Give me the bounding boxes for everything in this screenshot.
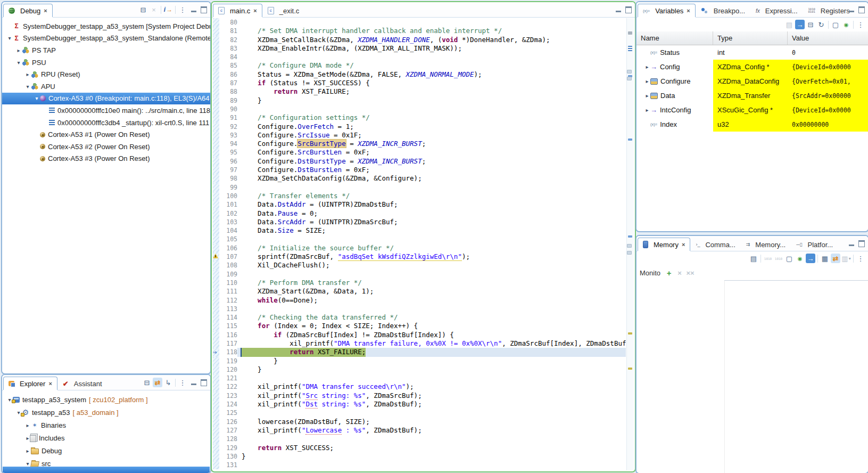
code-line-124[interactable]: 124 xil_printf("Dst string: %s", ZDmaDst… — [213, 400, 626, 409]
code-line-87[interactable]: 87 if (Status != XST_SUCCESS) { — [213, 79, 626, 87]
code-line-82[interactable]: 82 XZDma_SetCallBack(&ZDma, XZDMA_HANDLE… — [213, 36, 626, 44]
show-type-names-icon[interactable]: ▤ — [784, 20, 794, 29]
code-line-122[interactable]: 122 xil_printf("DMA transfer succeed\r\n… — [213, 382, 626, 391]
editor-text-area[interactable]: 8081 /* Set DMA interrupt handler callba… — [213, 18, 626, 470]
tab-memory-[interactable]: ⇉Memory... — [741, 238, 791, 251]
code-line-114[interactable]: 114 /* Checking the data transferred */ — [213, 313, 626, 322]
overview-ruler-mark[interactable] — [628, 31, 632, 35]
overview-ruler-mark[interactable] — [628, 235, 632, 238]
add-monitor-icon[interactable]: + — [664, 268, 674, 278]
code-line-109[interactable]: 109 — [213, 270, 626, 279]
chevron-down-icon[interactable]: ▾ — [6, 35, 13, 41]
variable-row-status[interactable]: (x)=Statusint0 — [636, 45, 868, 60]
code-line-102[interactable]: 102 Data.Pause = 0; — [213, 209, 626, 218]
remove-all-terminated-icon[interactable]: × — [149, 5, 159, 14]
code-line-118[interactable]: ⇒118 return XST_FAILURE; — [213, 348, 626, 356]
chevron-right-icon[interactable]: ▸ — [644, 64, 650, 70]
code-line-92[interactable]: 92 Configure.OverFetch = 1; — [213, 123, 626, 131]
tab-variables[interactable]: (x)=Variables× — [638, 4, 696, 17]
code-line-98[interactable]: 98 XZDma_SetChDataConfig(&ZDma, &Configu… — [213, 174, 626, 183]
tree-item-psu[interactable]: ▾PSU — [2, 56, 210, 69]
view-menu-icon[interactable]: ⋮ — [856, 254, 865, 263]
tab-expressi-[interactable]: fxExpressi... — [750, 4, 803, 17]
code-line-95[interactable]: 95 Configure.SrcBurstLen = 0xF; — [213, 148, 626, 157]
tree-item-binaries[interactable]: ▸✶Binaries — [2, 419, 210, 431]
code-line-96[interactable]: 96 Configure.DstBurstType = XZDMA_INCR_B… — [213, 157, 626, 166]
link-with-editor-icon[interactable]: ⇄ — [153, 378, 162, 387]
code-line-80[interactable]: 80 — [213, 18, 626, 27]
code-line-99[interactable]: 99 — [213, 183, 626, 192]
code-line-101[interactable]: 101 Data.DstAddr = (UINTPTR)ZDmaDstBuf; — [213, 200, 626, 209]
chevron-down-icon[interactable]: ▾ — [34, 95, 40, 101]
code-line-112[interactable]: 112 while(0==Done); — [213, 296, 626, 305]
minimize-button[interactable] — [189, 6, 198, 13]
code-line-121[interactable]: 121 — [213, 374, 626, 382]
code-line-83[interactable]: 83 XZDma_EnableIntr(&ZDma, (XZDMA_IXR_AL… — [213, 44, 626, 53]
column-header-value[interactable]: Value — [788, 31, 868, 45]
code-line-97[interactable]: 97 Configure.DstBurstLen = 0xF; — [213, 166, 626, 174]
column-header-type[interactable]: Type — [713, 31, 788, 45]
code-line-105[interactable]: 105 — [213, 235, 626, 243]
maximize-button[interactable] — [200, 6, 208, 13]
sash-handle[interactable] — [627, 77, 632, 80]
tree-item-testapp_a53[interactable]: ▾⚙testapp_a53[ a53_domain ] — [2, 406, 210, 419]
minimize-button[interactable] — [847, 6, 856, 13]
chevron-right-icon[interactable]: ▸ — [644, 93, 650, 99]
code-line-100[interactable]: 100 /* Transfer elements */ — [213, 192, 626, 200]
go-to-address-icon[interactable]: → — [806, 254, 815, 263]
code-line-85[interactable]: 85 /* Configure DMA mode */ — [213, 61, 626, 70]
close-icon[interactable]: × — [48, 380, 52, 387]
radix-down-icon[interactable]: 1010 — [763, 254, 773, 263]
code-line-111[interactable]: 111 XZDma_Start(&ZDma, &Data, 1); — [213, 287, 626, 296]
tree-item-cortex-a53[interactable]: Cortex-A53 #2 (Power On Reset) — [2, 141, 210, 153]
chevron-right-icon[interactable]: ▸ — [15, 47, 22, 53]
code-line-116[interactable]: 116 if (ZDmaSrcBuf[Index] != ZDmaDstBuf[… — [213, 331, 626, 339]
overview-ruler-mark[interactable] — [628, 46, 632, 51]
collapse-all-icon[interactable]: ⊟ — [142, 378, 152, 387]
refresh-variables-icon[interactable]: ↻ — [816, 20, 826, 29]
code-line-93[interactable]: 93 Configure.SrcIssue = 0x1F; — [213, 131, 626, 140]
remove-all-monitors-icon[interactable]: ×× — [685, 268, 695, 278]
tab-explorer[interactable]: Explorer× — [3, 377, 57, 390]
code-line-129[interactable]: 129 return XST_SUCCESS; — [213, 444, 626, 452]
code-line-88[interactable]: 88 return XST_FAILURE; — [213, 87, 626, 96]
tree-item-0x00000000fffc10e0[interactable]: 0x00000000fffc10e0 main(): ../src/main.c… — [2, 104, 210, 117]
toggle-layout-icon[interactable]: ⇄ — [831, 254, 840, 263]
close-icon[interactable]: × — [44, 7, 47, 14]
minimize-button[interactable] — [189, 379, 198, 386]
export-memory-icon[interactable]: ▤ — [749, 254, 758, 263]
tree-item-testapp_a53_system[interactable]: ▾testapp_a53_system[ zcu102_platform ] — [2, 393, 210, 406]
tree-item-debug[interactable]: ▸Debug — [2, 444, 210, 457]
tab-comma-[interactable]: ›_Comma... — [690, 238, 740, 251]
sash-handle[interactable] — [627, 244, 632, 248]
chevron-down-icon[interactable]: ▾ — [24, 461, 31, 467]
tree-item-rpu[interactable]: ▸RPU (Reset) — [2, 68, 210, 80]
sash-handle[interactable] — [627, 70, 632, 74]
variable-row-data[interactable]: ▸DataXZDma_Transfer{SrcAddr=0x00000 — [636, 88, 868, 103]
code-line-106[interactable]: 106 /* Initialize the source buffer */ — [213, 244, 626, 252]
chevron-down-icon[interactable]: ▾ — [24, 84, 31, 89]
code-line-89[interactable]: 89 } — [213, 96, 626, 105]
overview-ruler-mark[interactable] — [628, 332, 632, 335]
view-menu-icon[interactable]: ⋮ — [856, 20, 865, 29]
new-view-icon[interactable]: ▢ — [831, 20, 840, 29]
overview-ruler-mark[interactable] — [628, 368, 632, 370]
variable-row-intcconfig[interactable]: ▸→IntcConfigXScuGic_Config *{DeviceId=0x… — [636, 103, 868, 117]
code-line-126[interactable]: 126 lowercase(ZDmaDstBuf, SIZE); — [213, 418, 626, 426]
new-memory-view-icon[interactable]: ▢ — [784, 254, 794, 263]
tree-item-0x00000000fffc3db4[interactable]: 0x00000000fffc3db4 _startup(): xil-crt0.… — [2, 117, 210, 129]
code-line-127[interactable]: 127 xil_printf("Lowercase : %s", ZDmaDst… — [213, 426, 626, 435]
maximize-button[interactable] — [624, 6, 633, 13]
code-line-128[interactable]: 128 — [213, 435, 626, 443]
tab-debug[interactable]: Debug × — [3, 4, 53, 17]
explorer-selected-row-partial[interactable] — [3, 467, 210, 473]
code-line-120[interactable]: 120 } — [213, 365, 626, 374]
variable-row-configure[interactable]: ▸ConfigureXZDma_DataConfig{OverFetch=0x0… — [636, 74, 868, 88]
select-focused-icon[interactable]: ↳ — [163, 378, 173, 387]
show-logical-structure-icon[interactable]: → — [795, 20, 805, 29]
tree-item-cortex-a53[interactable]: ▾Cortex-A53 #0 (Breakpoint: main.c:118),… — [2, 93, 210, 105]
code-line-84[interactable]: 84 — [213, 53, 626, 61]
maximize-button[interactable] — [857, 240, 866, 247]
code-line-125[interactable]: 125 — [213, 409, 626, 417]
code-line-103[interactable]: 103 Data.SrcAddr = (UINTPTR)ZDmaSrcBuf; — [213, 218, 626, 226]
